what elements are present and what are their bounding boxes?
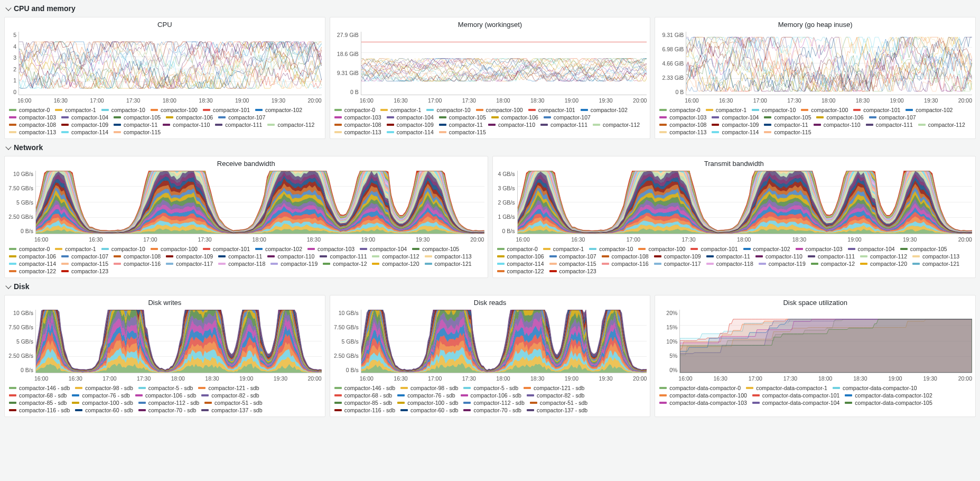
legend-item[interactable]: compactor-111 [866, 122, 918, 128]
legend-item[interactable]: compactor-112 [593, 122, 645, 128]
legend-item[interactable]: compactor-12 [811, 261, 860, 267]
legend-item[interactable]: compactor-112 - sdb [138, 400, 204, 406]
legend-item[interactable]: compactor-102 [581, 107, 633, 113]
legend-item[interactable]: compactor-101 [203, 246, 255, 252]
legend-item[interactable]: compactor-106 [816, 114, 869, 121]
legend-item[interactable]: compactor-10 [752, 107, 801, 113]
legend-item[interactable]: compactor-100 [801, 107, 853, 113]
legend-item[interactable]: compactor-109 [61, 122, 114, 128]
legend-item[interactable]: compactor-data-compactor-102 [845, 392, 937, 399]
plot-area[interactable] [361, 32, 647, 95]
panel-disk-space[interactable]: Disk space utilization20%15%10%5%0%16:00… [655, 295, 976, 417]
legend-item[interactable]: compactor-112 [918, 122, 970, 128]
plot-area[interactable] [517, 171, 973, 234]
legend-item[interactable]: compactor-137 - sdb [527, 407, 593, 413]
legend-item[interactable]: compactor-116 - sdb [334, 407, 400, 413]
legend-item[interactable]: compactor-data-compactor-10 [833, 385, 922, 391]
legend-item[interactable]: compactor-68 - sdb [334, 392, 397, 399]
legend-item[interactable]: compactor-106 - sdb [135, 392, 201, 399]
legend-item[interactable]: compactor-98 - sdb [400, 385, 463, 391]
legend-item[interactable]: compactor-117 [654, 261, 706, 267]
legend-item[interactable]: compactor-116 - sdb [9, 407, 75, 413]
legend-item[interactable]: compactor-115 [61, 261, 114, 267]
plot-area[interactable] [361, 310, 647, 373]
legend-item[interactable]: compactor-111 [540, 122, 593, 128]
legend-item[interactable]: compactor-103 [9, 114, 61, 121]
legend-item[interactable]: compactor-103 [796, 246, 848, 252]
legend-item[interactable]: compactor-116 [602, 261, 654, 267]
legend-item[interactable]: compactor-112 - sdb [463, 400, 529, 406]
legend-item[interactable]: compactor-12 [323, 261, 372, 267]
legend-item[interactable]: compactor-100 [476, 107, 528, 113]
legend-item[interactable]: compactor-121 - sdb [524, 385, 590, 391]
legend-item[interactable]: compactor-107 [544, 114, 596, 121]
section-header-network[interactable]: Network [4, 139, 976, 156]
plot-area[interactable] [35, 171, 484, 234]
legend-item[interactable]: compactor-113 [912, 253, 965, 260]
legend-item[interactable]: compactor-110 [488, 122, 540, 128]
legend-item[interactable]: compactor-108 [602, 253, 654, 260]
panel-disk-reads[interactable]: Disk reads10 GB/s7.50 GB/s5 GB/s2.50 GB/… [330, 295, 651, 417]
legend-item[interactable]: compactor-102 [743, 246, 796, 252]
legend-item[interactable]: compactor-113 [334, 129, 387, 135]
legend-item[interactable]: compactor-68 - sdb [9, 392, 72, 399]
legend-item[interactable]: compactor-106 - sdb [461, 392, 527, 399]
legend-item[interactable]: compactor-115 [439, 129, 491, 135]
legend-item[interactable]: compactor-103 [334, 114, 387, 121]
legend-item[interactable]: compactor-10 [101, 246, 151, 252]
section-header-cpu-memory[interactable]: CPU and memory [4, 0, 976, 17]
legend-item[interactable]: compactor-104 [712, 114, 764, 121]
legend-item[interactable]: compactor-146 - sdb [9, 385, 75, 391]
legend-item[interactable]: compactor-104 [848, 246, 900, 252]
legend-item[interactable]: compactor-0 [9, 107, 55, 113]
legend-item[interactable]: compactor-60 - sdb [75, 407, 138, 413]
legend-item[interactable]: compactor-110 [755, 253, 808, 260]
legend-item[interactable]: compactor-115 [114, 129, 166, 135]
legend-item[interactable]: compactor-108 [334, 122, 387, 128]
legend-item[interactable]: compactor-11 [114, 122, 163, 128]
legend-item[interactable]: compactor-11 [218, 253, 267, 260]
panel-disk-writes[interactable]: Disk writes10 GB/s7.50 GB/s5 GB/s2.50 GB… [4, 295, 325, 417]
legend-item[interactable]: compactor-82 - sdb [527, 392, 590, 399]
legend-item[interactable]: compactor-106 [491, 114, 544, 121]
plot-area[interactable] [679, 310, 972, 373]
legend-item[interactable]: compactor-118 [706, 261, 759, 267]
panel-cpu[interactable]: CPU54321016:0016:3017:0017:3018:0018:301… [4, 17, 325, 139]
legend-item[interactable]: compactor-105 [764, 114, 816, 121]
legend-item[interactable]: compactor-70 - sdb [138, 407, 201, 413]
legend-item[interactable]: compactor-102 [255, 107, 307, 113]
legend-item[interactable]: compactor-105 [439, 114, 491, 121]
legend-item[interactable]: compactor-107 [218, 114, 270, 121]
legend-item[interactable]: compactor-51 - sdb [530, 400, 593, 406]
legend-item[interactable]: compactor-117 [166, 261, 218, 267]
legend-item[interactable]: compactor-109 [712, 122, 764, 128]
legend-item[interactable]: compactor-110 [267, 253, 320, 260]
legend-item[interactable]: compactor-1 [380, 107, 426, 113]
legend-item[interactable]: compactor-101 [853, 107, 906, 113]
legend-item[interactable]: compactor-109 [166, 253, 218, 260]
legend-item[interactable]: compactor-137 - sdb [201, 407, 267, 413]
legend-item[interactable]: compactor-104 [387, 114, 439, 121]
panel-memory-heap[interactable]: Memory (go heap inuse)9.31 GiB6.98 GiB4.… [655, 17, 976, 139]
legend-item[interactable]: compactor-106 [9, 253, 61, 260]
legend-item[interactable]: compactor-0 [497, 246, 543, 252]
legend-item[interactable]: compactor-85 - sdb [9, 400, 72, 406]
legend-item[interactable]: compactor-1 [706, 107, 752, 113]
plot-area[interactable] [18, 32, 322, 95]
legend-item[interactable]: compactor-112 [267, 122, 320, 128]
legend-item[interactable]: compactor-113 [425, 253, 477, 260]
legend-item[interactable]: compactor-120 [860, 261, 912, 267]
legend-item[interactable]: compactor-114 [497, 261, 549, 267]
legend-item[interactable]: compactor-76 - sdb [397, 392, 460, 399]
legend-item[interactable]: compactor-113 [9, 129, 61, 135]
legend-item[interactable]: compactor-118 [218, 261, 270, 267]
legend-item[interactable]: compactor-11 [706, 253, 755, 260]
legend-item[interactable]: compactor-112 [372, 253, 424, 260]
legend-item[interactable]: compactor-106 [166, 114, 218, 121]
legend-item[interactable]: compactor-1 [55, 246, 101, 252]
legend-item[interactable]: compactor-76 - sdb [72, 392, 135, 399]
legend-item[interactable]: compactor-111 [320, 253, 372, 260]
legend-item[interactable]: compactor-105 [900, 246, 953, 252]
legend-item[interactable]: compactor-85 - sdb [334, 400, 397, 406]
legend-item[interactable]: compactor-data-compactor-100 [659, 392, 752, 399]
